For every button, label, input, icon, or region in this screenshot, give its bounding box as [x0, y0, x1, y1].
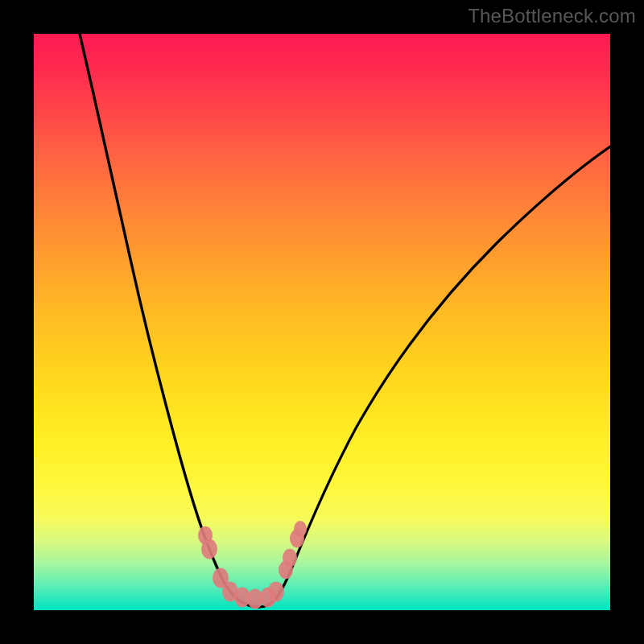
left-curve: [80, 34, 259, 607]
valley-marker: [294, 521, 307, 537]
watermark-text: TheBottleneck.com: [468, 5, 636, 27]
valley-marker: [268, 582, 284, 602]
valley-markers: [198, 521, 307, 609]
outer-frame: TheBottleneck.com: [0, 0, 644, 644]
valley-marker: [283, 549, 297, 568]
valley-marker: [201, 539, 217, 559]
bottleneck-curve-svg: [34, 34, 610, 610]
plot-area: [34, 34, 610, 610]
right-curve: [259, 147, 610, 607]
